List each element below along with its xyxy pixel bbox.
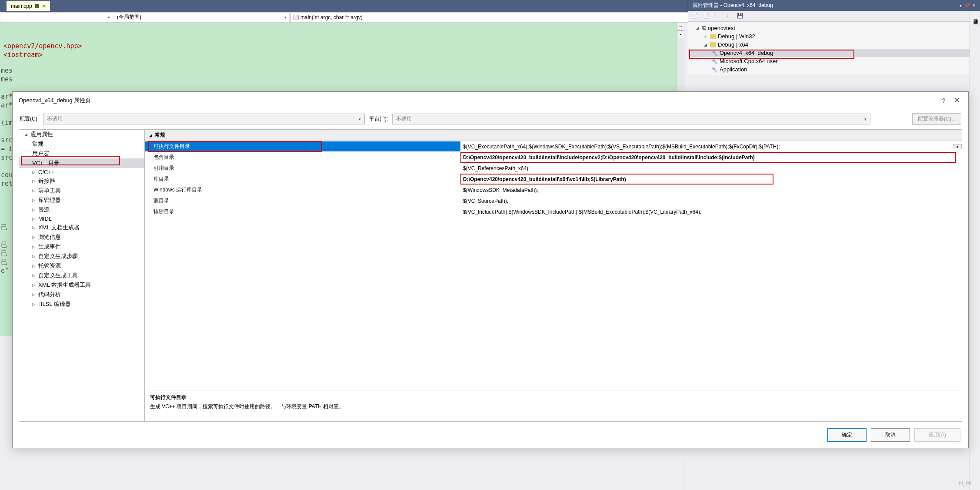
side-tool-strip[interactable]: 诊断工具 — [970, 12, 980, 490]
add-sheet-plus-icon[interactable]: 📄 — [703, 13, 710, 20]
prop-name: 排除目录 — [145, 207, 460, 217]
cat-ccpp[interactable]: ▷C/C++ — [19, 168, 144, 176]
expand-icon[interactable]: ▷ — [32, 273, 37, 278]
add-sheet-icon[interactable]: 📄 — [692, 13, 699, 20]
config-manager-button[interactable]: 配置管理器(O)... — [912, 113, 961, 125]
prop-value[interactable]: $(VC_IncludePath);$(WindowsSDK_IncludePa… — [460, 208, 962, 216]
pin-icon[interactable] — [35, 4, 39, 8]
expand-icon[interactable]: ▷ — [32, 235, 37, 239]
code-fragment: e" — [1, 266, 9, 275]
close-icon[interactable]: ✕ — [951, 96, 962, 104]
dialog-button-row: 确定 取消 应用(A) — [827, 428, 960, 442]
cat-resources[interactable]: ▷资源 — [19, 205, 144, 215]
sort-up-icon[interactable]: ↑ — [714, 13, 721, 20]
config-dropdown[interactable]: 不适用▾ — [43, 114, 365, 124]
cat-browse[interactable]: ▷浏览信息 — [19, 232, 144, 242]
code-fragment: ar* — [1, 101, 13, 110]
panel-title: 属性管理器 - Opencv4_x64_debug — [693, 2, 960, 9]
watermark: bi_fei — [959, 480, 971, 487]
cat-custom-build-step[interactable]: ▷自定义生成步骤 — [19, 252, 144, 261]
platform-label: 平台(P): — [369, 115, 388, 123]
save-icon[interactable]: 💾 — [737, 13, 744, 20]
cat-custom-build-tool[interactable]: ▷自定义生成工具 — [19, 271, 144, 280]
expand-icon[interactable]: ▷ — [32, 302, 37, 306]
tree-node-debug-win32[interactable]: ▷Debug | Win32 — [688, 32, 980, 40]
expand-icon[interactable]: ▷ — [32, 208, 37, 212]
scope-project-dropdown[interactable]: ▾ — [2, 12, 113, 22]
help-icon[interactable]: ? — [936, 97, 951, 104]
code-fragment: ret — [1, 179, 13, 188]
tree-node-application[interactable]: 🔧Application — [688, 65, 980, 74]
row-reference-dirs[interactable]: 引用目录 $(VC_ReferencesPath_x64); — [145, 163, 962, 174]
config-row: 配置(C): 不适用▾ 平台(P): 不适用▾ 配置管理器(O)... — [13, 109, 968, 132]
prop-value[interactable]: $(VC_ExecutablePath_x64);$(WindowsSDK_Ex… — [460, 142, 953, 151]
row-winrt-dirs[interactable]: Windows 运行库目录 $(WindowsSDK_MetadataPath)… — [145, 185, 962, 195]
prop-name: 可执行文件目录 — [145, 141, 460, 151]
prop-value[interactable]: $(VC_SourcePath); — [460, 197, 962, 205]
prop-value[interactable]: D:\Opencv420\opencv420_build\install\x64… — [460, 175, 962, 184]
cat-managed-res[interactable]: ▷托管资源 — [19, 261, 144, 271]
collapse-icon[interactable]: ◢ — [696, 26, 700, 30]
cat-manifest[interactable]: ▷清单工具 — [19, 186, 144, 195]
row-library-dirs[interactable]: 库目录 D:\Opencv420\opencv420_build\install… — [145, 174, 962, 185]
platform-dropdown[interactable]: 不适用▾ — [392, 114, 870, 124]
cancel-button[interactable]: 取消 — [871, 428, 910, 442]
cat-vc-directories[interactable]: VC++ 目录 — [19, 158, 144, 168]
collapse-icon[interactable]: ◢ — [24, 132, 29, 137]
expand-icon[interactable]: ▷ — [32, 264, 37, 268]
cat-midl[interactable]: ▷MIDL — [19, 215, 144, 223]
prop-value[interactable]: $(VC_ReferencesPath_x64); — [460, 164, 962, 173]
row-exclude-dirs[interactable]: 排除目录 $(VC_IncludePath);$(WindowsSDK_Incl… — [145, 206, 962, 217]
cat-xml-datagen[interactable]: ▷XML 数据生成器工具 — [19, 280, 144, 290]
expand-icon[interactable]: ▷ — [32, 179, 37, 183]
expand-icon[interactable]: ▷ — [32, 225, 37, 230]
prop-value[interactable]: $(WindowsSDK_MetadataPath); — [460, 186, 962, 195]
expand-icon[interactable]: ▷ — [32, 170, 37, 175]
expand-icon[interactable]: ▷ — [32, 188, 37, 193]
prop-value[interactable]: D:\Opencv420\opencv420_build\install\inc… — [460, 153, 962, 162]
dropdown-icon[interactable]: ▾ — [953, 144, 962, 149]
expand-icon[interactable]: ▷ — [32, 254, 37, 258]
cat-librarian[interactable]: ▷库管理器 — [19, 195, 144, 205]
close-icon[interactable]: ✕ — [972, 3, 976, 8]
category-tree: ◢通用属性 常规 用户宏 VC++ 目录 ▷C/C++ ▷链接器 ▷清单工具 ▷… — [19, 129, 145, 422]
scroll-up-icon[interactable]: ▴ — [677, 30, 684, 38]
grid-group-header[interactable]: ◢常规 — [145, 130, 962, 141]
apply-button[interactable]: 应用(A) — [914, 428, 960, 442]
cat-common[interactable]: ◢通用属性 — [19, 130, 144, 139]
collapse-icon[interactable]: ◢ — [704, 43, 708, 47]
cat-code-analysis[interactable]: ▷代码分析 — [19, 290, 144, 299]
expand-icon[interactable]: ▷ — [32, 198, 37, 202]
tab-main-cpp[interactable]: main.cpp ✕ — [7, 1, 50, 11]
code-fragment: src — [1, 153, 13, 162]
scroll-split-icon[interactable]: ▭ — [677, 23, 684, 30]
pin-icon[interactable]: 📌 — [964, 3, 970, 8]
expand-icon[interactable]: ▷ — [32, 245, 37, 249]
cat-linker[interactable]: ▷链接器 — [19, 176, 144, 186]
tree-node-project[interactable]: ◢⧉opencvtest — [688, 23, 980, 32]
row-include-dirs[interactable]: 包含目录 D:\Opencv420\opencv420_build\instal… — [145, 152, 962, 163]
chevron-down-icon: ▾ — [284, 15, 287, 20]
expand-icon[interactable]: ▷ — [32, 292, 37, 297]
expand-icon[interactable]: ▷ — [704, 34, 708, 39]
code-fragment: src — [1, 136, 13, 144]
row-source-dirs[interactable]: 源目录 $(VC_SourcePath); — [145, 195, 962, 206]
sort-down-icon[interactable]: ↓ — [726, 13, 733, 20]
close-icon[interactable]: ✕ — [42, 3, 46, 9]
ok-button[interactable]: 确定 — [827, 428, 867, 442]
code-fragment: (im — [1, 118, 13, 127]
scope-context-dropdown[interactable]: (全局范围)▾ — [114, 12, 290, 22]
row-executable-dirs[interactable]: 可执行文件目录 $(VC_ExecutablePath_x64);$(Windo… — [145, 141, 962, 152]
expand-icon[interactable]: ▷ — [32, 217, 37, 221]
cat-user-macros[interactable]: 用户宏 — [19, 149, 144, 158]
cat-general[interactable]: 常规 — [19, 139, 144, 149]
cat-hlsl[interactable]: ▷HLSL 编译器 — [19, 299, 144, 309]
tree-node-ms-cpp-user[interactable]: 🔧Microsoft.Cpp.x64.user — [688, 57, 980, 65]
tree-node-debug-x64[interactable]: ◢Debug | x64 — [688, 40, 980, 49]
cat-build-events[interactable]: ▷生成事件 — [19, 242, 144, 252]
tree-node-opencv4[interactable]: 🔧Opencv4_x64_debug — [688, 49, 980, 57]
dropdown-icon[interactable]: ▾ — [960, 3, 962, 8]
cat-xmldoc[interactable]: ▷XML 文档生成器 — [19, 223, 144, 232]
expand-icon[interactable]: ▷ — [32, 283, 37, 287]
tree-label: 生成事件 — [38, 243, 61, 251]
